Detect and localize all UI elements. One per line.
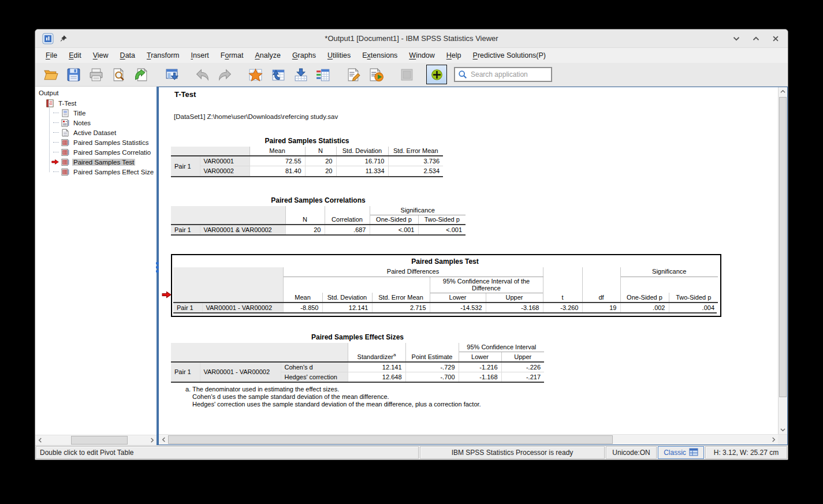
menu-item-analyze[interactable]: Analyze <box>249 49 286 62</box>
value-cell: -3.168 <box>486 303 543 312</box>
outline-item-paired-samples-effect-size[interactable]: Paired Samples Effect Size <box>39 167 157 177</box>
menu-item-graphs[interactable]: Graphs <box>286 49 322 62</box>
value-cell: .004 <box>669 303 718 312</box>
row-label-cell: Cohen's d <box>281 362 348 372</box>
scroll-up-icon[interactable] <box>779 87 787 96</box>
search-input[interactable] <box>470 70 548 79</box>
scroll-right-icon[interactable] <box>147 435 157 445</box>
outline-item-active-dataset[interactable]: Active Dataset <box>39 128 157 137</box>
content-h-scrollbar[interactable] <box>159 434 787 445</box>
app-icon[interactable] <box>42 33 54 44</box>
outline-item-t-test[interactable]: T-Test <box>39 98 157 108</box>
outline-tree: OutputT-TestTitleNotesActive DatasetPair… <box>35 87 157 435</box>
column-header: One-Sided p <box>370 215 418 225</box>
toolbar-separator <box>418 74 426 75</box>
save-icon[interactable] <box>62 65 85 84</box>
outline-root-label[interactable]: Output <box>39 88 157 98</box>
menu-item-edit[interactable]: Edit <box>63 49 87 62</box>
value-cell: -.729 <box>405 362 459 372</box>
print-icon[interactable] <box>85 65 107 84</box>
table-row: Pair 1VAR00001 - VAR00002Cohen's d12.141… <box>171 362 544 372</box>
paired-samples-effect-sizes-table[interactable]: Paired Samples Effect Sizes95% Confidenc… <box>171 333 544 383</box>
menu-item-utilities[interactable]: Utilities <box>322 49 356 62</box>
menu-item-insert[interactable]: Insert <box>185 49 215 62</box>
scroll-thumb[interactable] <box>779 97 787 397</box>
scroll-left-icon[interactable] <box>35 435 44 445</box>
title-bar: *Output1 [Document1] - IBM SPSS Statisti… <box>35 29 788 48</box>
view-mode-dropdown[interactable]: Classic <box>658 446 704 459</box>
outline-item-label: Paired Samples Test <box>72 159 135 166</box>
scroll-thumb[interactable] <box>168 435 613 444</box>
row-label-cell: Pair 1 <box>171 362 200 382</box>
menu-item-view[interactable]: View <box>87 49 114 62</box>
menu-item-transform[interactable]: Transform <box>141 49 185 62</box>
scroll-left-icon[interactable] <box>159 435 168 445</box>
export-icon[interactable] <box>130 65 152 84</box>
scroll-thumb[interactable] <box>71 436 128 445</box>
close-button[interactable] <box>770 33 781 44</box>
output-content-pane: T-Test [DataSet1] Z:\home\user\Downloads… <box>159 87 778 434</box>
outline-item-paired-samples-test[interactable]: Paired Samples Test <box>39 157 157 167</box>
outline-item-paired-samples-correlatio[interactable]: Paired Samples Correlatio <box>39 147 157 157</box>
outline-item-title[interactable]: Title <box>39 108 157 118</box>
output-heading: T-Test <box>174 90 778 99</box>
table-bottom-rule <box>171 234 466 236</box>
maximize-button[interactable] <box>751 33 761 44</box>
menu-item-window[interactable]: Window <box>403 49 440 62</box>
v-scrollbar[interactable] <box>778 87 787 434</box>
value-cell: 12.141 <box>322 303 372 312</box>
undo-icon[interactable] <box>191 65 214 84</box>
footnote-line: a. The denominator used in estimating th… <box>185 386 778 393</box>
variables-icon[interactable] <box>312 65 334 84</box>
paired-samples-statistics-table[interactable]: Paired Samples StatisticsMeanNStd. Devia… <box>171 137 443 177</box>
paired-samples-correlations-table[interactable]: Paired Samples CorrelationsSignificanceN… <box>171 196 466 236</box>
menu-item-file[interactable]: File <box>40 49 63 62</box>
column-spanner: Paired Differences <box>283 267 543 277</box>
menu-item-extensions[interactable]: Extensions <box>356 49 403 62</box>
open-icon[interactable] <box>40 65 62 84</box>
edit-output-icon[interactable] <box>342 65 365 84</box>
toolbar-separator <box>388 74 396 75</box>
menu-item-help[interactable]: Help <box>441 49 467 62</box>
value-cell: 20 <box>305 166 336 176</box>
value-cell: -1.216 <box>459 362 501 372</box>
paired-samples-test-table[interactable]: Paired Samples TestPaired DifferencesSig… <box>171 254 721 317</box>
pane-splitter[interactable] <box>157 87 158 445</box>
designate-window-icon[interactable] <box>244 65 267 84</box>
scroll-track[interactable] <box>168 435 769 445</box>
column-spanner: 95% Confidence Interval of the Differenc… <box>430 277 543 293</box>
goto-case-icon[interactable] <box>289 65 312 84</box>
scroll-track[interactable] <box>779 96 787 425</box>
redo-icon[interactable] <box>214 65 236 84</box>
column-header: N <box>285 215 325 225</box>
column-spanner: Significance <box>620 267 718 277</box>
column-header <box>171 343 348 362</box>
run-script-icon[interactable] <box>365 65 388 84</box>
menu-item-format[interactable]: Format <box>215 49 249 62</box>
goto-data-icon[interactable] <box>267 65 289 84</box>
tables-flow: Paired Samples StatisticsMeanNStd. Devia… <box>159 137 778 408</box>
table-bottom-rule <box>171 382 544 383</box>
scroll-track[interactable] <box>44 435 147 445</box>
column-spanner: 95% Confidence Interval <box>459 343 544 352</box>
value-cell: 3.736 <box>388 156 443 166</box>
pin-icon[interactable] <box>59 35 68 43</box>
scrollbar-corner <box>778 435 787 445</box>
minimize-button[interactable] <box>731 33 742 44</box>
value-cell: .002 <box>620 303 669 312</box>
outline-item-paired-samples-statistics[interactable]: Paired Samples Statistics <box>39 137 157 147</box>
recall-dialogs-icon[interactable] <box>161 65 183 84</box>
scroll-right-icon[interactable] <box>769 435 778 445</box>
print-preview-icon[interactable] <box>107 65 130 84</box>
row-label-cell: VAR00002 <box>200 166 249 176</box>
menu-item-predictive-solutions-p[interactable]: Predictive Solutions(P) <box>467 49 552 62</box>
scroll-down-icon[interactable] <box>779 425 787 434</box>
outline-panel: OutputT-TestTitleNotesActive DatasetPair… <box>35 87 157 445</box>
outline-h-scrollbar[interactable] <box>35 435 157 445</box>
activate-plus-icon[interactable] <box>426 65 447 84</box>
search-icon <box>458 70 467 79</box>
column-header: One-Sided p <box>620 293 669 303</box>
outline-item-notes[interactable]: Notes <box>39 118 157 128</box>
menu-item-data[interactable]: Data <box>114 49 141 62</box>
table-title: Paired Samples Statistics <box>171 137 443 145</box>
